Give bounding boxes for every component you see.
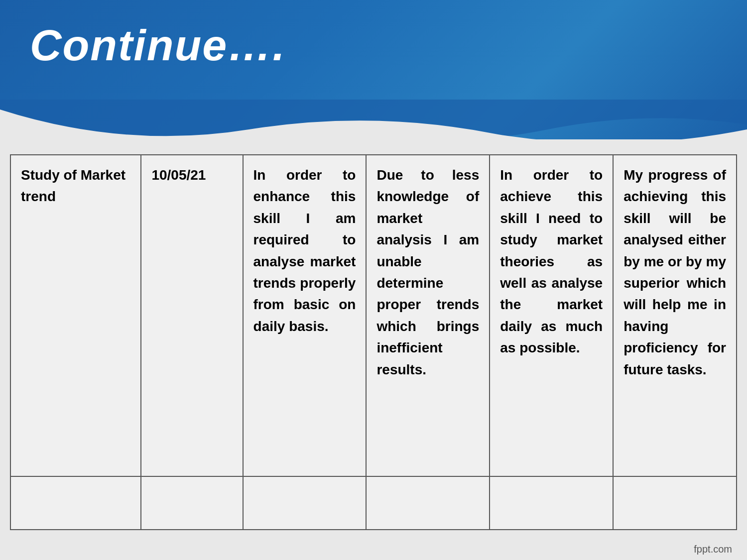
- col6-text: My progress of achieving this skill will…: [623, 167, 726, 377]
- date-cell: 10/05/21: [141, 155, 243, 476]
- page-title-container: Continue….: [30, 20, 286, 71]
- table-row-empty: [10, 476, 737, 530]
- empty-cell-5: [490, 476, 613, 530]
- header-curve-decoration: [0, 100, 747, 159]
- footer-text: fppt.com: [694, 544, 732, 555]
- main-table: Study of Market trend 10/05/21 In order …: [10, 154, 737, 530]
- empty-cell-2: [141, 476, 243, 530]
- col3-text: In order to enhance this skill I am requ…: [253, 167, 356, 334]
- col6-cell: My progress of achieving this skill will…: [613, 155, 737, 476]
- content-area: Study of Market trend 10/05/21 In order …: [10, 154, 737, 530]
- empty-cell-4: [366, 476, 490, 530]
- page-title: Continue….: [30, 20, 286, 70]
- topic-title: Study of Market: [21, 164, 130, 186]
- col4-cell: Due to less knowledge of market analysis…: [366, 155, 490, 476]
- topic-cell: Study of Market trend: [10, 155, 141, 476]
- col3-cell: In order to enhance this skill I am requ…: [243, 155, 367, 476]
- col4-text: Due to less knowledge of market analysis…: [376, 167, 479, 377]
- col5-cell: In order to achieve this skill I need to…: [490, 155, 613, 476]
- col5-text: In order to achieve this skill I need to…: [500, 167, 603, 355]
- empty-cell-3: [243, 476, 367, 530]
- table-row: Study of Market trend 10/05/21 In order …: [10, 155, 737, 476]
- empty-cell-1: [10, 476, 141, 530]
- footer: fppt.com: [694, 544, 732, 555]
- empty-cell-6: [613, 476, 737, 530]
- topic-subtitle: trend: [21, 186, 130, 207]
- date-value: 10/05/21: [151, 167, 206, 183]
